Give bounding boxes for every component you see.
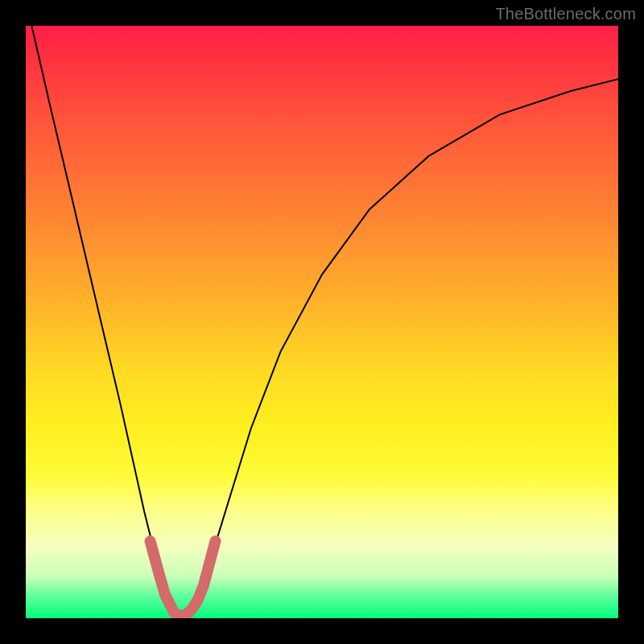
chart-frame: TheBottleneck.com bbox=[0, 0, 644, 644]
chart-svg bbox=[26, 26, 618, 618]
optimal-region-marker bbox=[151, 541, 216, 615]
bottleneck-curve bbox=[31, 26, 618, 613]
watermark-text: TheBottleneck.com bbox=[495, 5, 636, 23]
plot-area bbox=[26, 26, 618, 618]
